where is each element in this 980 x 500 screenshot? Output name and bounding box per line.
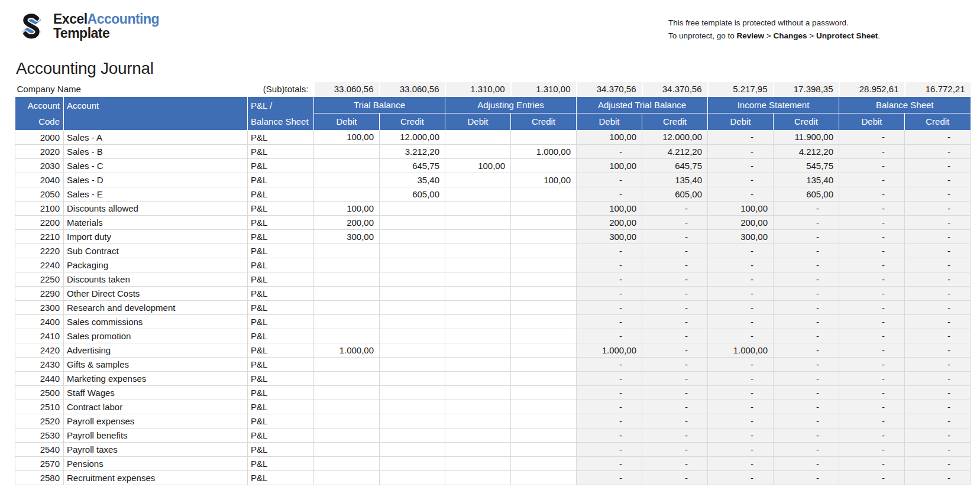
is-debit-cell[interactable]: - bbox=[708, 144, 774, 158]
tb-debit-cell[interactable] bbox=[314, 173, 380, 187]
atb-credit-cell[interactable]: - bbox=[642, 215, 708, 229]
is-credit-cell[interactable]: - bbox=[774, 215, 839, 229]
pl-bs-cell[interactable]: P&L bbox=[248, 215, 314, 229]
bs-credit-cell[interactable]: - bbox=[905, 371, 971, 385]
tb-credit-cell[interactable]: 35,40 bbox=[380, 173, 445, 187]
atb-credit-cell[interactable]: - bbox=[642, 385, 708, 400]
account-code-cell[interactable]: 2400 bbox=[15, 314, 64, 329]
bs-credit-cell[interactable]: - bbox=[905, 286, 971, 300]
is-credit-cell[interactable]: - bbox=[774, 456, 839, 470]
ae-debit-cell[interactable] bbox=[445, 314, 511, 329]
tb-credit-cell[interactable] bbox=[380, 470, 445, 485]
account-code-cell[interactable]: 2030 bbox=[15, 158, 64, 173]
tb-debit-cell[interactable] bbox=[314, 428, 380, 442]
atb-debit-cell[interactable]: 300,00 bbox=[577, 229, 642, 243]
account-name-cell[interactable]: Recruitment expenses bbox=[64, 470, 248, 485]
atb-credit-cell[interactable]: - bbox=[642, 314, 708, 329]
account-name-cell[interactable]: Pensions bbox=[64, 456, 248, 470]
pl-bs-cell[interactable]: P&L bbox=[248, 371, 314, 385]
tb-credit-cell[interactable] bbox=[380, 229, 445, 243]
atb-credit-cell[interactable]: - bbox=[642, 201, 708, 215]
account-code-cell[interactable]: 2570 bbox=[15, 456, 64, 470]
atb-debit-cell[interactable]: - bbox=[577, 144, 642, 158]
pl-bs-cell[interactable]: P&L bbox=[248, 158, 314, 173]
ae-debit-cell[interactable] bbox=[445, 400, 511, 414]
tb-credit-cell[interactable] bbox=[380, 414, 445, 428]
bs-debit-cell[interactable]: - bbox=[839, 428, 905, 442]
tb-debit-cell[interactable] bbox=[314, 286, 380, 300]
pl-bs-cell[interactable]: P&L bbox=[248, 414, 314, 428]
tb-credit-cell[interactable] bbox=[380, 385, 445, 400]
tb-credit-cell[interactable] bbox=[380, 357, 445, 371]
atb-debit-cell[interactable]: - bbox=[577, 243, 642, 258]
ae-credit-cell[interactable] bbox=[511, 300, 577, 314]
is-credit-cell[interactable]: 545,75 bbox=[774, 158, 839, 173]
bs-debit-cell[interactable]: - bbox=[839, 470, 905, 485]
bs-credit-cell[interactable]: - bbox=[905, 343, 971, 357]
tb-debit-cell[interactable]: 100,00 bbox=[314, 201, 380, 215]
is-credit-cell[interactable]: - bbox=[774, 300, 839, 314]
bs-credit-cell[interactable]: - bbox=[905, 215, 971, 229]
bs-debit-cell[interactable]: - bbox=[839, 243, 905, 258]
tb-credit-cell[interactable]: 12.000,00 bbox=[380, 130, 445, 144]
bs-debit-cell[interactable]: - bbox=[839, 144, 905, 158]
is-debit-cell[interactable]: - bbox=[708, 187, 774, 201]
pl-bs-cell[interactable]: P&L bbox=[248, 243, 314, 258]
is-credit-cell[interactable]: - bbox=[774, 400, 839, 414]
bs-debit-cell[interactable]: - bbox=[839, 371, 905, 385]
tb-debit-cell[interactable] bbox=[314, 414, 380, 428]
account-name-cell[interactable]: Sales promotion bbox=[64, 329, 248, 343]
account-name-cell[interactable]: Marketing expenses bbox=[64, 371, 248, 385]
bs-debit-cell[interactable]: - bbox=[839, 414, 905, 428]
is-debit-cell[interactable]: - bbox=[708, 442, 774, 456]
ae-debit-cell[interactable] bbox=[445, 229, 511, 243]
pl-bs-cell[interactable]: P&L bbox=[248, 130, 314, 144]
atb-credit-cell[interactable]: - bbox=[642, 258, 708, 272]
pl-bs-cell[interactable]: P&L bbox=[248, 258, 314, 272]
tb-credit-cell[interactable]: 645,75 bbox=[380, 158, 445, 173]
account-code-cell[interactable]: 2300 bbox=[15, 300, 64, 314]
tb-credit-cell[interactable] bbox=[380, 329, 445, 343]
ae-debit-cell[interactable] bbox=[445, 215, 511, 229]
ae-credit-cell[interactable] bbox=[511, 442, 577, 456]
atb-debit-cell[interactable]: - bbox=[577, 258, 642, 272]
account-code-cell[interactable]: 2020 bbox=[15, 144, 64, 158]
atb-debit-cell[interactable]: - bbox=[577, 456, 642, 470]
bs-credit-cell[interactable]: - bbox=[905, 442, 971, 456]
ae-credit-cell[interactable]: 100,00 bbox=[511, 173, 577, 187]
ae-credit-cell[interactable] bbox=[511, 215, 577, 229]
account-name-cell[interactable]: Materials bbox=[64, 215, 248, 229]
atb-credit-cell[interactable]: - bbox=[642, 286, 708, 300]
tb-credit-cell[interactable]: 3.212,20 bbox=[380, 144, 445, 158]
bs-debit-cell[interactable]: - bbox=[839, 300, 905, 314]
is-credit-cell[interactable]: - bbox=[774, 314, 839, 329]
bs-debit-cell[interactable]: - bbox=[839, 456, 905, 470]
account-code-cell[interactable]: 2220 bbox=[15, 243, 64, 258]
account-name-cell[interactable]: Payroll expenses bbox=[64, 414, 248, 428]
account-name-cell[interactable]: Sales - D bbox=[64, 173, 248, 187]
atb-credit-cell[interactable]: - bbox=[642, 400, 708, 414]
bs-credit-cell[interactable]: - bbox=[905, 130, 971, 144]
atb-debit-cell[interactable]: - bbox=[577, 428, 642, 442]
is-credit-cell[interactable]: - bbox=[774, 286, 839, 300]
pl-bs-cell[interactable]: P&L bbox=[248, 144, 314, 158]
is-credit-cell[interactable]: - bbox=[774, 258, 839, 272]
bs-credit-cell[interactable]: - bbox=[905, 144, 971, 158]
ae-credit-cell[interactable] bbox=[511, 187, 577, 201]
ae-credit-cell[interactable] bbox=[511, 385, 577, 400]
is-credit-cell[interactable]: - bbox=[774, 229, 839, 243]
pl-bs-cell[interactable]: P&L bbox=[248, 442, 314, 456]
atb-credit-cell[interactable]: - bbox=[642, 414, 708, 428]
account-name-cell[interactable]: Sales - A bbox=[64, 130, 248, 144]
bs-credit-cell[interactable]: - bbox=[905, 470, 971, 485]
is-debit-cell[interactable]: - bbox=[708, 243, 774, 258]
tb-debit-cell[interactable] bbox=[314, 329, 380, 343]
tb-debit-cell[interactable]: 100,00 bbox=[314, 130, 380, 144]
atb-debit-cell[interactable]: - bbox=[577, 314, 642, 329]
atb-credit-cell[interactable]: - bbox=[642, 357, 708, 371]
is-credit-cell[interactable]: - bbox=[774, 371, 839, 385]
account-code-cell[interactable]: 2040 bbox=[15, 173, 64, 187]
ae-debit-cell[interactable] bbox=[445, 258, 511, 272]
atb-credit-cell[interactable]: 135,40 bbox=[642, 173, 708, 187]
account-name-cell[interactable]: Advertising bbox=[64, 343, 248, 357]
